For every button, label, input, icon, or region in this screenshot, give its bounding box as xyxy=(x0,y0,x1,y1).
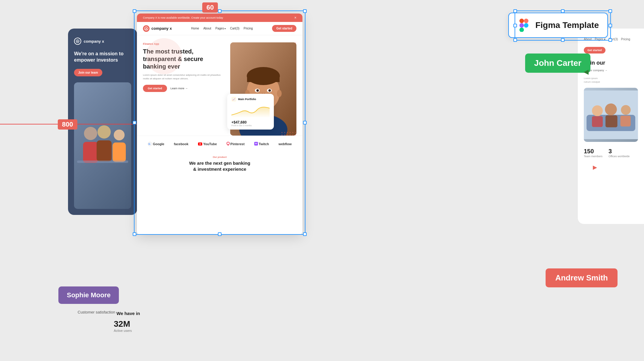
right-nav-cart[interactable]: Cart(3) xyxy=(608,38,618,41)
svg-rect-3 xyxy=(519,28,524,32)
left-card-headline: We're on a mission to empower investors xyxy=(74,51,131,63)
handle-main-tl[interactable] xyxy=(133,9,136,13)
portfolio-amount: +$47,680 xyxy=(231,120,270,124)
left-card-logo-icon xyxy=(74,38,81,45)
left-card-logo: company x xyxy=(74,38,131,45)
cursor-arrow-green: ◀ xyxy=(584,69,589,75)
bottom-tag: Our product xyxy=(143,156,296,158)
right-card-lorem: Lorem ipsumrutrum volutpat xyxy=(584,77,638,83)
webflow-logo: webflow xyxy=(279,142,292,146)
active-users-label: Active users xyxy=(114,329,132,332)
left-card-logo-text: company x xyxy=(84,39,104,44)
handle-main-tm[interactable] xyxy=(218,9,221,13)
active-users-num: 32M xyxy=(114,319,132,329)
google-logo: G Google xyxy=(148,142,164,146)
decorative-circle xyxy=(146,38,182,74)
main-website-mockup: Company X is now available worldwide. Cr… xyxy=(137,14,302,235)
john-carter-label: John Carter xyxy=(525,54,590,73)
svg-rect-40 xyxy=(592,116,603,127)
handle-tr[interactable] xyxy=(608,9,612,13)
svg-point-14 xyxy=(144,27,148,30)
svg-point-26 xyxy=(277,90,282,97)
svg-rect-11 xyxy=(113,142,126,162)
svg-rect-33 xyxy=(255,143,256,144)
notif-close-btn[interactable]: × xyxy=(294,16,296,20)
svg-text:G: G xyxy=(148,142,150,145)
hero-section: Finance App The most trusted, transparen… xyxy=(137,35,302,136)
nav-logo-text: company x xyxy=(151,26,172,31)
nav-about[interactable]: About xyxy=(203,27,211,30)
twitch-logo: Twitch xyxy=(254,142,269,146)
right-card-headline: Join our xyxy=(584,60,638,66)
nav-home[interactable]: Home xyxy=(191,27,199,30)
team-members-label: Team members xyxy=(584,155,602,158)
stats-area: 32M Active users xyxy=(114,319,132,332)
svg-rect-34 xyxy=(256,143,257,144)
active-users-stat: 32M Active users xyxy=(114,319,132,332)
nav-bar: company x Home About Pages Cart(3) Prici… xyxy=(137,22,302,35)
handle-mr[interactable] xyxy=(608,24,612,27)
bottom-headline: We are the next gen banking& investment … xyxy=(143,160,296,172)
handle-main-bl[interactable] xyxy=(133,232,136,236)
svg-point-10 xyxy=(114,130,125,140)
bottom-section: Our product We are the next gen banking&… xyxy=(137,150,302,172)
pinterest-icon xyxy=(227,142,230,146)
hero-get-started-btn[interactable]: Get started xyxy=(143,85,167,92)
team-members-stat: 150 Team members xyxy=(584,148,602,158)
svg-rect-7 xyxy=(83,142,98,163)
nav-cart[interactable]: Cart(3) xyxy=(230,27,239,30)
svg-rect-20 xyxy=(247,76,280,82)
right-nav-about[interactable]: About xyxy=(584,38,592,41)
notif-text: Company X is now available worldwide. Cr… xyxy=(143,16,223,19)
svg-point-38 xyxy=(605,103,617,115)
portfolio-chart-svg xyxy=(231,103,270,118)
right-nav-pages[interactable]: Pages ▾ xyxy=(595,38,605,41)
arrow-icon-right-card xyxy=(591,164,599,173)
handle-main-tr[interactable] xyxy=(303,9,307,13)
we-have-text: We have in xyxy=(116,311,140,316)
right-nav-pricing[interactable]: Pricing xyxy=(621,38,630,41)
hero-right: 📈 Main Portfolio xyxy=(230,42,296,136)
arrow-right-icon xyxy=(591,164,599,172)
google-g-icon: G xyxy=(148,142,152,146)
svg-point-4 xyxy=(524,23,528,28)
offices-stat: 3 Offices worldwide xyxy=(608,148,630,158)
right-card-cta-btn[interactable]: Get started xyxy=(584,47,605,54)
nav-pages[interactable]: Pages xyxy=(215,27,226,30)
nav-pricing[interactable]: Pricing xyxy=(244,27,253,30)
svg-point-37 xyxy=(592,105,603,116)
right-card-nav: About Pages ▾ Cart(3) Pricing xyxy=(584,38,638,41)
team-members-num: 150 xyxy=(584,148,602,155)
handle-main-br[interactable] xyxy=(303,232,307,236)
offices-num: 3 xyxy=(608,148,630,155)
svg-rect-12 xyxy=(77,161,128,163)
svg-point-39 xyxy=(621,105,630,115)
handle-bl[interactable] xyxy=(513,38,517,42)
nav-logo: company x xyxy=(143,25,172,32)
twitch-icon xyxy=(254,142,258,146)
portfolio-chart xyxy=(231,103,270,118)
logos-section: G Google facebook YouTube Pinterest xyxy=(137,136,302,150)
nav-logo-icon xyxy=(143,25,150,32)
handle-main-mr[interactable] xyxy=(303,121,307,124)
svg-point-22 xyxy=(256,89,259,92)
hero-actions: Get started Learn more → xyxy=(143,85,225,92)
svg-point-8 xyxy=(98,125,111,139)
figma-template-badge: Figma Template xyxy=(508,13,608,38)
sophie-moore-subtitle: Customer satisfaction xyxy=(78,310,115,314)
nav-links: Home About Pages Cart(3) Pricing xyxy=(191,27,253,30)
facebook-logo: facebook xyxy=(174,142,188,146)
decorative-dots-bottom xyxy=(281,132,296,136)
handle-bm[interactable] xyxy=(561,38,565,42)
andrew-smith-label: Andrew Smith xyxy=(546,268,618,287)
svg-rect-1 xyxy=(524,19,528,23)
svg-rect-42 xyxy=(621,115,631,126)
youtube-logo: YouTube xyxy=(198,142,217,146)
portfolio-sub: Profit in last 3 months xyxy=(231,124,270,127)
nav-cta-btn[interactable]: Get started xyxy=(272,25,296,32)
left-card-join-btn[interactable]: Join our team xyxy=(74,69,102,76)
people-image xyxy=(74,82,131,209)
hero-body: Lorem ipsum dolor sit amet consectetur a… xyxy=(143,73,225,81)
dimension-label-800: 800 xyxy=(58,119,77,130)
hero-learn-more-btn[interactable]: Learn more → xyxy=(171,87,188,90)
